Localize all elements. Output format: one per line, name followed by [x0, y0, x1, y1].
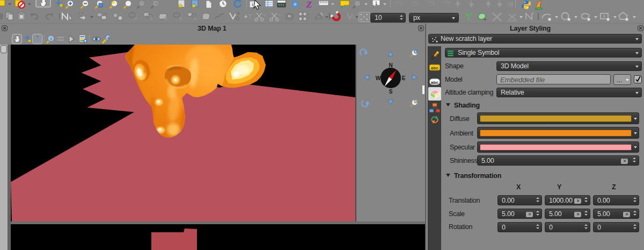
svg-text:W: W [376, 75, 381, 81]
svg-text:1: 1 [375, 1, 377, 6]
svg-text:E: E [402, 75, 406, 81]
svg-text:Z: Z [306, 0, 312, 9]
svg-text:T: T [248, 14, 252, 20]
svg-text:S: S [389, 89, 393, 95]
svg-text:abc: abc [396, 2, 402, 6]
svg-text:abc: abc [412, 2, 418, 6]
svg-text:N: N [389, 62, 392, 68]
svg-text:abc: abc [431, 66, 438, 70]
svg-text:abc: abc [444, 2, 450, 6]
svg-text:abc: abc [431, 80, 438, 85]
svg-text:abc: abc [428, 2, 434, 6]
